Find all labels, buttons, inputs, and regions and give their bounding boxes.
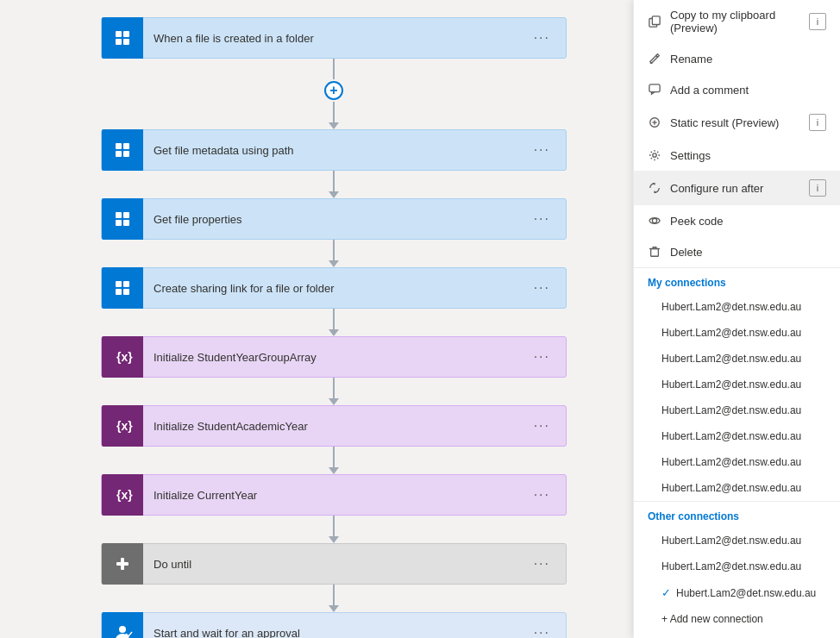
step-more-properties[interactable]: ···	[529, 208, 555, 230]
step-label-init1: Initialize StudentYearGroupArray	[143, 351, 529, 364]
step-init2[interactable]: {x} Initialize StudentAcademicYear ···	[101, 405, 567, 447]
my-connections-header: My connections	[634, 268, 840, 294]
step-label-sharing: Create sharing link for a file or folder	[143, 282, 529, 295]
my-connection-label-3: Hubert.Lam2@det.nsw.edu.au	[661, 378, 801, 391]
step-more-sharing[interactable]: ···	[529, 277, 555, 299]
connector-arrow	[329, 467, 339, 474]
step-more-metadata[interactable]: ···	[529, 139, 555, 161]
svg-point-31	[652, 218, 656, 222]
other-connection-1[interactable]: Hubert.Lam2@det.nsw.edu.au	[634, 554, 840, 579]
add-new-connection[interactable]: + Add new connection	[634, 606, 840, 632]
svg-rect-9	[123, 212, 129, 218]
menu-label-static: Static result (Preview)	[670, 116, 800, 129]
info-icon-configure[interactable]: i	[809, 179, 826, 197]
step-sharing[interactable]: Create sharing link for a file or folder…	[101, 267, 567, 309]
svg-point-30	[653, 153, 656, 157]
svg-rect-3	[123, 39, 129, 45]
my-connection-7[interactable]: Hubert.Lam2@det.nsw.edu.au	[634, 475, 840, 501]
info-icon-copy[interactable]: i	[809, 13, 826, 30]
my-connection-3[interactable]: Hubert.Lam2@det.nsw.edu.au	[634, 372, 840, 397]
svg-rect-13	[123, 281, 129, 287]
menu-item-comment[interactable]: Add a comment	[634, 74, 840, 105]
context-menu: Copy to my clipboard (Preview) i Rename …	[633, 0, 840, 638]
step-more-trigger[interactable]: ···	[529, 27, 555, 49]
menu-label-peek: Peek code	[670, 215, 826, 228]
flow-area: When a file is created in a folder ··· +…	[0, 0, 633, 638]
my-connection-2[interactable]: Hubert.Lam2@det.nsw.edu.au	[634, 346, 840, 372]
svg-rect-5	[123, 143, 129, 149]
my-connection-4[interactable]: Hubert.Lam2@det.nsw.edu.au	[634, 397, 840, 423]
svg-rect-10	[116, 220, 122, 226]
step-icon-dountil	[102, 543, 143, 585]
step-icon-metadata	[102, 129, 143, 171]
connector-line	[333, 447, 335, 467]
my-connection-6[interactable]: Hubert.Lam2@det.nsw.edu.au	[634, 449, 840, 475]
my-connection-label-5: Hubert.Lam2@det.nsw.edu.au	[661, 430, 801, 442]
my-connection-0[interactable]: Hubert.Lam2@det.nsw.edu.au	[634, 294, 840, 320]
menu-label-settings: Settings	[670, 149, 826, 162]
step-init3[interactable]: {x} Initialize CurrentYear ···	[101, 474, 567, 516]
connector-5	[329, 378, 339, 405]
other-connection-0[interactable]: Hubert.Lam2@det.nsw.edu.au	[634, 528, 840, 554]
menu-item-static[interactable]: Static result (Preview) i	[634, 105, 840, 140]
step-icon-init3: {x}	[102, 474, 143, 516]
step-dountil[interactable]: Do until ···	[101, 543, 567, 585]
step-more-init1[interactable]: ···	[529, 346, 555, 368]
step-more-dountil[interactable]: ···	[529, 553, 555, 575]
connector-line	[333, 516, 335, 536]
step-approval[interactable]: Start and wait for an approval ···	[101, 612, 567, 638]
step-properties[interactable]: Get file properties ···	[101, 198, 567, 240]
svg-rect-8	[116, 212, 122, 218]
menu-item-peek[interactable]: Peek code	[634, 205, 840, 236]
menu-label-comment: Add a comment	[670, 84, 826, 97]
menu-label-configure: Configure run after	[670, 182, 800, 195]
step-more-approval[interactable]: ···	[529, 622, 555, 638]
delete-icon	[648, 245, 661, 259]
connector-line	[333, 585, 335, 605]
menu-item-delete[interactable]: Delete	[634, 236, 840, 267]
menu-item-rename[interactable]: Rename	[634, 43, 840, 74]
svg-rect-11	[123, 220, 129, 226]
step-more-init3[interactable]: ···	[529, 484, 555, 506]
connector-line	[333, 171, 335, 191]
flow-steps: When a file is created in a folder ··· +…	[92, 17, 575, 638]
add-step-button-1[interactable]: +	[324, 81, 343, 100]
menu-label-rename: Rename	[670, 53, 826, 66]
connector-7	[329, 516, 339, 543]
menu-item-settings[interactable]: Settings	[634, 140, 840, 171]
step-init1[interactable]: {x} Initialize StudentYearGroupArray ···	[101, 336, 567, 378]
my-connection-1[interactable]: Hubert.Lam2@det.nsw.edu.au	[634, 320, 840, 346]
svg-rect-0	[116, 31, 122, 37]
other-connection-label-1: Hubert.Lam2@det.nsw.edu.au	[661, 560, 801, 572]
my-connection-label-6: Hubert.Lam2@det.nsw.edu.au	[661, 456, 801, 468]
my-connection-label-4: Hubert.Lam2@det.nsw.edu.au	[661, 404, 801, 416]
step-more-init2[interactable]: ···	[529, 415, 555, 437]
svg-rect-6	[116, 151, 122, 157]
svg-text:{x}: {x}	[116, 488, 133, 502]
menu-item-copy[interactable]: Copy to my clipboard (Preview) i	[634, 0, 840, 43]
info-icon-static[interactable]: i	[809, 114, 826, 131]
connector-8	[329, 585, 339, 612]
rename-icon	[648, 52, 661, 66]
first-connector: +	[324, 59, 343, 129]
other-connection-label-0: Hubert.Lam2@det.nsw.edu.au	[661, 535, 801, 547]
connector-arrow	[329, 329, 339, 336]
connector-arrow	[329, 605, 339, 612]
step-trigger[interactable]: When a file is created in a folder ···	[101, 17, 567, 59]
step-label-init2: Initialize StudentAcademicYear	[143, 420, 529, 433]
step-icon-init2: {x}	[102, 405, 143, 447]
svg-text:{x}: {x}	[116, 350, 133, 364]
configure-icon	[648, 181, 661, 195]
other-connection-label-2: Hubert.Lam2@det.nsw.edu.au	[676, 587, 816, 599]
step-metadata[interactable]: Get file metadata using path ···	[101, 129, 567, 171]
step-icon-approval	[102, 612, 143, 638]
other-connection-2[interactable]: ✓ Hubert.Lam2@det.nsw.edu.au	[634, 579, 840, 606]
connector-4	[329, 309, 339, 336]
settings-icon	[648, 148, 661, 162]
menu-item-configure[interactable]: Configure run after i	[634, 171, 840, 205]
comment-icon	[648, 83, 661, 97]
my-connection-label-0: Hubert.Lam2@det.nsw.edu.au	[661, 301, 801, 313]
peek-icon	[648, 214, 661, 228]
svg-rect-4	[116, 143, 122, 149]
my-connection-5[interactable]: Hubert.Lam2@det.nsw.edu.au	[634, 423, 840, 449]
